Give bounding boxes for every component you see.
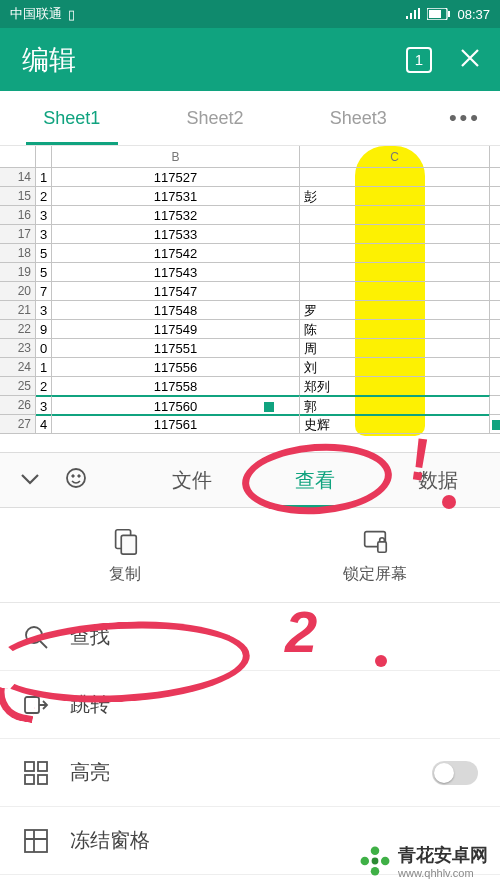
grid-row[interactable]: 241117556刘 xyxy=(0,358,500,377)
highlight-toggle[interactable] xyxy=(432,761,478,785)
watermark: 青花安卓网 www.qhhlv.com xyxy=(358,843,488,879)
grid-row[interactable]: 207117547 xyxy=(0,282,500,301)
grid-row[interactable]: 141117527 xyxy=(0,168,500,187)
grid-row[interactable]: 173117533 xyxy=(0,225,500,244)
sheet-tab-1[interactable]: Sheet1 xyxy=(0,91,143,145)
cell[interactable]: 117531 xyxy=(52,187,300,205)
svg-point-10 xyxy=(26,627,42,643)
menu-tab-data[interactable]: 数据 xyxy=(377,467,500,494)
svg-rect-12 xyxy=(25,762,34,771)
cell[interactable]: 2 xyxy=(36,187,52,205)
window-count-button[interactable]: 1 xyxy=(406,47,432,73)
cell[interactable]: 117533 xyxy=(52,225,300,243)
cell[interactable]: 117558 xyxy=(52,377,300,395)
grid-row[interactable]: 230117551周 xyxy=(0,339,500,358)
cell[interactable]: 117532 xyxy=(52,206,300,224)
cell[interactable]: 2 xyxy=(36,377,52,395)
search-item[interactable]: 查找 xyxy=(0,603,500,671)
menu-tab-file[interactable]: 文件 xyxy=(130,467,253,494)
grid-row[interactable]: 152117531彭 xyxy=(0,187,500,206)
grid-row[interactable]: 185117542 xyxy=(0,244,500,263)
cell[interactable]: 3 xyxy=(36,301,52,319)
row-number: 22 xyxy=(0,320,36,338)
action-row: 复制 锁定屏幕 xyxy=(0,508,500,602)
svg-rect-7 xyxy=(121,535,136,554)
bottom-menu-tabs: 文件 查看 数据 xyxy=(0,452,500,508)
cell[interactable]: 117551 xyxy=(52,339,300,357)
highlight-item[interactable]: 高亮 xyxy=(0,739,500,807)
battery-icon xyxy=(427,8,451,20)
cell[interactable]: 117542 xyxy=(52,244,300,262)
cell[interactable]: 罗 xyxy=(300,301,490,319)
grid-row[interactable]: 252117558郑列 xyxy=(0,377,500,396)
assistant-icon[interactable] xyxy=(64,466,88,494)
grid-row[interactable]: 213117548罗 xyxy=(0,301,500,320)
svg-rect-11 xyxy=(25,697,39,713)
cell[interactable] xyxy=(300,282,490,300)
svg-rect-2 xyxy=(448,11,450,17)
cell[interactable]: 彭 xyxy=(300,187,490,205)
cell[interactable]: 7 xyxy=(36,282,52,300)
highlight-icon xyxy=(22,759,50,787)
cell[interactable]: 1 xyxy=(36,358,52,376)
cell[interactable]: 117543 xyxy=(52,263,300,281)
svg-point-18 xyxy=(381,857,390,866)
selection-handle[interactable] xyxy=(264,402,274,412)
lock-screen-action[interactable]: 锁定屏幕 xyxy=(250,508,500,602)
svg-rect-13 xyxy=(38,762,47,771)
grid-row[interactable]: 195117543 xyxy=(0,263,500,282)
svg-rect-1 xyxy=(429,10,441,18)
jump-item[interactable]: 跳转 xyxy=(0,671,500,739)
watermark-url: www.qhhlv.com xyxy=(398,867,488,879)
svg-rect-9 xyxy=(378,541,386,551)
cell[interactable]: 117560 xyxy=(52,395,300,416)
cell[interactable]: 郭 xyxy=(300,395,490,416)
row-number: 23 xyxy=(0,339,36,357)
grid-row[interactable]: 274117561史辉 xyxy=(0,415,500,434)
grid-row[interactable]: 229117549陈 xyxy=(0,320,500,339)
cell[interactable]: 117527 xyxy=(52,168,300,186)
cell[interactable] xyxy=(300,206,490,224)
cell[interactable]: 郑列 xyxy=(300,377,490,395)
cell[interactable]: 4 xyxy=(36,415,52,433)
sheet-more-button[interactable]: ••• xyxy=(430,91,500,145)
cell[interactable]: 117549 xyxy=(52,320,300,338)
selection-handle[interactable] xyxy=(492,420,500,430)
cell[interactable]: 117547 xyxy=(52,282,300,300)
cell[interactable]: 史辉 xyxy=(300,415,490,433)
sim-icon: ▯ xyxy=(68,7,75,22)
cell[interactable] xyxy=(300,168,490,186)
sheet-tab-2[interactable]: Sheet2 xyxy=(143,91,286,145)
cell[interactable]: 3 xyxy=(36,395,52,416)
grid-row[interactable]: 263117560郭 xyxy=(0,396,500,415)
cell[interactable] xyxy=(300,244,490,262)
close-button[interactable] xyxy=(458,46,482,74)
cell[interactable]: 刘 xyxy=(300,358,490,376)
grid-row[interactable]: 163117532 xyxy=(0,206,500,225)
cell[interactable]: 0 xyxy=(36,339,52,357)
cell[interactable] xyxy=(300,263,490,281)
signal-icon xyxy=(405,8,421,20)
row-number: 25 xyxy=(0,377,36,395)
spreadsheet-grid[interactable]: B C 141117527152117531彭16311753217311753… xyxy=(0,146,500,452)
collapse-button[interactable] xyxy=(18,466,42,494)
cell[interactable]: 周 xyxy=(300,339,490,357)
cell[interactable]: 117548 xyxy=(52,301,300,319)
cell[interactable]: 117556 xyxy=(52,358,300,376)
cell[interactable]: 3 xyxy=(36,225,52,243)
search-icon xyxy=(22,623,50,651)
cell[interactable]: 117561 xyxy=(52,415,300,433)
cell[interactable]: 5 xyxy=(36,244,52,262)
menu-tab-view[interactable]: 查看 xyxy=(253,467,376,494)
cell[interactable] xyxy=(300,225,490,243)
cell[interactable]: 5 xyxy=(36,263,52,281)
svg-point-21 xyxy=(372,858,379,865)
cell[interactable]: 3 xyxy=(36,206,52,224)
page-title: 编辑 xyxy=(22,42,76,78)
view-options-list: 查找 跳转 高亮 冻结窗格 xyxy=(0,602,500,875)
copy-action[interactable]: 复制 xyxy=(0,508,250,602)
cell[interactable]: 陈 xyxy=(300,320,490,338)
sheet-tab-3[interactable]: Sheet3 xyxy=(287,91,430,145)
cell[interactable]: 1 xyxy=(36,168,52,186)
cell[interactable]: 9 xyxy=(36,320,52,338)
